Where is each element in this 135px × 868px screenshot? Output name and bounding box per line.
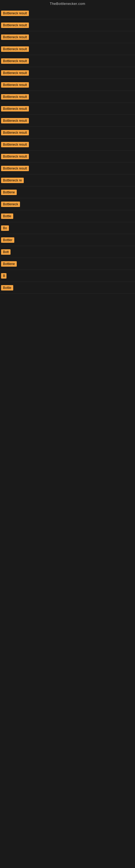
- bottleneck-badge[interactable]: Bottleneck result: [1, 154, 29, 159]
- bottleneck-badge[interactable]: Bottleneck: [1, 202, 20, 207]
- list-item: Bottleneck result: [0, 31, 135, 43]
- bottleneck-badge[interactable]: Bottle: [1, 214, 13, 219]
- bottleneck-badge[interactable]: Bottleneck result: [1, 94, 29, 99]
- list-item: Bottlene: [0, 186, 135, 198]
- bottleneck-badge[interactable]: Bo: [1, 225, 9, 231]
- list-item: Bottleneck result: [0, 55, 135, 67]
- list-item: Bottleneck result: [0, 43, 135, 55]
- bottleneck-badge[interactable]: Bottleneck re: [1, 178, 24, 183]
- bottleneck-badge[interactable]: Bottleneck result: [1, 34, 29, 40]
- bottleneck-badge[interactable]: Bottleneck result: [1, 106, 29, 112]
- list-item: Bottleneck result: [0, 115, 135, 127]
- list-item: Bott: [0, 246, 135, 258]
- bottleneck-badge[interactable]: Bottleneck result: [1, 10, 29, 16]
- list-item: Bottleneck result: [0, 7, 135, 19]
- bottleneck-badge[interactable]: B: [1, 273, 6, 279]
- bottleneck-badge[interactable]: Bottleneck result: [1, 166, 29, 171]
- bottleneck-badge[interactable]: Bottle: [1, 285, 13, 290]
- list-item: Bottleneck result: [0, 67, 135, 79]
- list-item: Bottleneck result: [0, 138, 135, 151]
- list-item: Bottleneck result: [0, 91, 135, 103]
- bottleneck-badge[interactable]: Bottleneck result: [1, 46, 29, 52]
- list-item: Bottleneck result: [0, 127, 135, 138]
- site-title: TheBottlenecker.com: [0, 0, 135, 7]
- bottleneck-badge[interactable]: Bottleneck result: [1, 130, 29, 135]
- bottleneck-badge[interactable]: Bottleneck result: [1, 23, 29, 28]
- rows-container: Bottleneck resultBottleneck resultBottle…: [0, 7, 135, 294]
- list-item: Bottleneck re: [0, 175, 135, 186]
- bottleneck-badge[interactable]: Bottleneck result: [1, 142, 29, 147]
- bottleneck-badge[interactable]: Bott: [1, 249, 10, 255]
- bottleneck-badge[interactable]: Bottlene: [1, 261, 17, 267]
- list-item: Bottler: [0, 234, 135, 246]
- list-item: B: [0, 270, 135, 282]
- bottleneck-badge[interactable]: Bottleneck result: [1, 82, 29, 88]
- list-item: Bottleneck result: [0, 103, 135, 115]
- bottleneck-badge[interactable]: Bottler: [1, 237, 14, 243]
- bottleneck-badge[interactable]: Bottleneck result: [1, 118, 29, 123]
- site-header: TheBottlenecker.com: [0, 0, 135, 7]
- list-item: Bottleneck result: [0, 151, 135, 162]
- list-item: Bottlene: [0, 258, 135, 270]
- list-item: Bottleneck result: [0, 79, 135, 91]
- list-item: Bo: [0, 222, 135, 234]
- bottleneck-badge[interactable]: Bottlene: [1, 190, 17, 195]
- bottleneck-badge[interactable]: Bottleneck result: [1, 58, 29, 64]
- list-item: Bottle: [0, 282, 135, 294]
- list-item: Bottleneck result: [0, 162, 135, 175]
- list-item: Bottleneck: [0, 198, 135, 210]
- list-item: Bottle: [0, 210, 135, 222]
- list-item: Bottleneck result: [0, 19, 135, 31]
- bottleneck-badge[interactable]: Bottleneck result: [1, 70, 29, 76]
